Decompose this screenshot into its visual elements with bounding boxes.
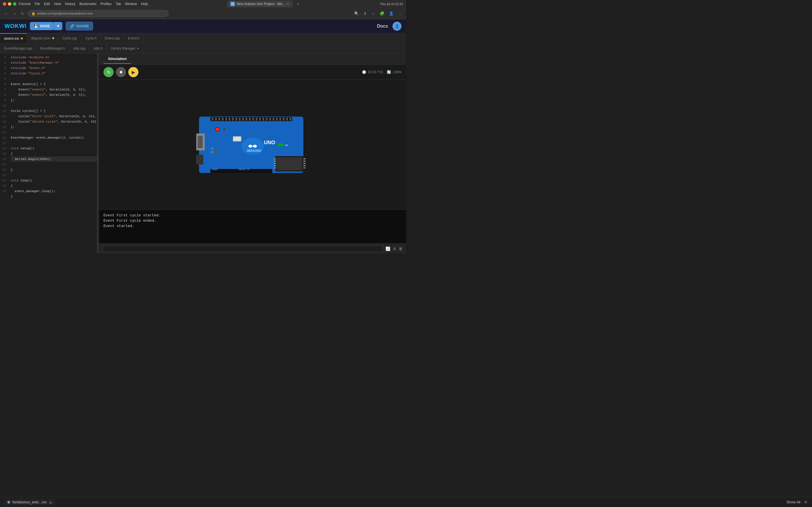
tab-name: sketch.ino	[4, 37, 19, 41]
save-dropdown-button[interactable]: ▼	[54, 22, 62, 30]
menu-edit[interactable]: Edit	[44, 2, 50, 6]
svg-rect-5	[212, 118, 213, 121]
extensions-icon[interactable]: 🧩	[378, 10, 386, 17]
svg-rect-13	[239, 118, 241, 121]
bookmark-icon[interactable]: ☆	[370, 10, 376, 17]
svg-rect-15	[246, 118, 247, 121]
svg-rect-22	[269, 118, 271, 121]
code-area[interactable]: 12345 678910 1112131415 1617181920 21222…	[0, 54, 97, 253]
menu-icon[interactable]: ⋮	[397, 10, 403, 17]
new-tab-button[interactable]: +	[295, 1, 301, 6]
svg-point-31	[223, 128, 225, 130]
tab-eventmanager-cpp[interactable]: EventManager.cpp	[0, 43, 36, 54]
tab-name: Cycle.cpp	[62, 36, 77, 40]
svg-rect-11	[232, 118, 234, 121]
restart-icon: ↻	[107, 69, 110, 75]
svg-text:ARDUINO: ARDUINO	[247, 149, 261, 152]
tab-utils-cpp[interactable]: utils.cpp	[69, 43, 90, 54]
svg-rect-44	[274, 161, 276, 162]
tab-utils-h[interactable]: utils.h	[90, 43, 107, 54]
docs-link[interactable]: Docs	[377, 24, 388, 29]
stop-button[interactable]: ■	[116, 67, 126, 77]
minimize-button[interactable]	[8, 2, 11, 6]
tab-event-h[interactable]: Event.h	[124, 33, 144, 43]
code-content: #include <Arduino.h> #include "EventMana…	[8, 54, 97, 253]
share-button[interactable]: 🔗 SHARE	[66, 22, 93, 31]
tab-cycle-h[interactable]: Cycle.h	[81, 33, 101, 43]
toolbar-icons: 🔍 ⬆ ☆ 🧩 👤 ⋮	[353, 10, 403, 17]
arduino-board-area: UNO ON ARDUINO TX RX	[99, 80, 406, 210]
tab-name: EventManager.cpp	[4, 47, 32, 50]
svg-rect-26	[283, 118, 285, 121]
svg-text:ON: ON	[285, 144, 288, 147]
modified-indicator	[52, 37, 54, 39]
svg-rect-49	[303, 161, 306, 162]
back-button[interactable]: ←	[3, 10, 9, 17]
forward-button[interactable]: →	[11, 10, 17, 17]
search-icon[interactable]: 🔍	[353, 10, 360, 17]
chart-icon[interactable]: 📈	[386, 246, 390, 251]
tab-name: Library Manager	[111, 47, 135, 50]
menu-window[interactable]: Window	[125, 2, 137, 6]
stop-icon: ■	[119, 69, 122, 75]
svg-rect-6	[215, 118, 217, 121]
tab-library-manager[interactable]: Library Manager ▾	[107, 43, 143, 54]
menu-bookmarks[interactable]: Bookmarks	[80, 2, 96, 6]
simulation-tab[interactable]: Simulation	[103, 54, 131, 64]
restart-button[interactable]: ↻	[103, 67, 114, 77]
tab-event-cpp[interactable]: Event.cpp	[101, 33, 124, 43]
svg-rect-52	[303, 167, 306, 168]
tab-diagram-json[interactable]: diagram.json	[27, 33, 58, 43]
svg-rect-40	[214, 152, 217, 154]
tab-name: diagram.json	[31, 36, 50, 40]
refresh-button[interactable]: ↻	[20, 10, 26, 17]
menu-file[interactable]: File	[35, 2, 40, 6]
tab-name: EventManager.h	[40, 47, 65, 50]
share-icon[interactable]: ⬆	[362, 10, 368, 17]
svg-rect-45	[274, 163, 276, 164]
tab-name: utils.cpp	[73, 47, 86, 50]
svg-rect-10	[229, 118, 231, 121]
save-button[interactable]: 💾 SAVE	[30, 22, 54, 30]
tab-dropdown-icon[interactable]: ▾	[137, 47, 139, 50]
tab-cycle-cpp[interactable]: Cycle.cpp	[58, 33, 82, 43]
svg-text:TX: TX	[211, 148, 214, 151]
menu-history[interactable]: History	[65, 2, 75, 6]
svg-rect-18	[256, 118, 257, 121]
arduino-board-svg: UNO ON ARDUINO TX RX	[196, 114, 309, 176]
simulation-panel: Simulation ↻ ■ ▶ 🕐 00:22.716 🔄 100%	[99, 54, 406, 253]
tab-eventmanager-h[interactable]: EventManager.h	[36, 43, 69, 54]
menu-profiles[interactable]: Profiles	[100, 2, 112, 6]
svg-rect-46	[274, 165, 276, 166]
app-header: WOKWI 💾 SAVE ▼ 🔗 SHARE Docs 👤	[0, 19, 406, 33]
menu-help[interactable]: Help	[141, 2, 148, 6]
serial-toolbar: 📈 ⏸ 🗑	[99, 243, 406, 253]
menu-tab[interactable]: Tab	[116, 2, 121, 6]
svg-rect-57	[234, 137, 241, 140]
svg-rect-24	[276, 118, 278, 121]
tab-close-button[interactable]: ✕	[287, 2, 289, 6]
close-button[interactable]	[3, 2, 6, 6]
mac-menu: Chrome File Edit View History Bookmarks …	[18, 2, 148, 6]
svg-text:UNO: UNO	[264, 140, 275, 145]
svg-rect-8	[222, 118, 223, 121]
browser-tab[interactable]: W New Arduino Uno Project - Wo... ✕	[227, 1, 293, 7]
svg-rect-25	[280, 118, 281, 121]
serial-line-2: Event First cycle ended.	[103, 219, 402, 223]
menu-view[interactable]: View	[54, 2, 61, 6]
svg-rect-14	[242, 118, 244, 121]
menu-chrome[interactable]: Chrome	[18, 2, 31, 6]
pause-icon[interactable]: ⏸	[393, 246, 396, 251]
play-icon: ▶	[132, 69, 135, 75]
svg-text:ANALOG IN: ANALOG IN	[239, 168, 249, 171]
address-bar[interactable]: 🔒 wokwi.com/projects/new/arduino-uno	[28, 10, 168, 17]
play-button[interactable]: ▶	[128, 67, 139, 77]
profile-icon[interactable]: 👤	[388, 10, 395, 17]
system-time: Thu Jul 14 21:21	[380, 2, 403, 6]
trash-icon[interactable]: 🗑	[399, 246, 403, 251]
user-avatar[interactable]: 👤	[393, 22, 402, 31]
tab-sketch-ino[interactable]: sketch.ino	[0, 33, 27, 43]
editor-panel: 12345 678910 1112131415 1617181920 21222…	[0, 54, 97, 253]
serial-input[interactable]	[102, 245, 383, 252]
maximize-button[interactable]	[13, 2, 16, 6]
